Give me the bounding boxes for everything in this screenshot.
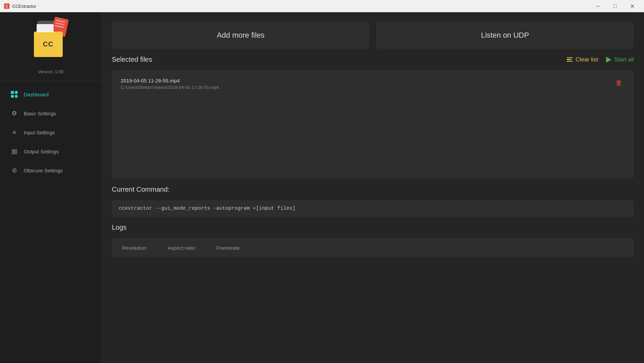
sidebar-label-output-settings: Output Settings	[24, 149, 59, 154]
clear-list-label: Clear list	[576, 56, 598, 63]
sidebar-label-obscure-settings: Obscure Settings	[24, 168, 63, 173]
logs-table: Resolution: Aspect ratio: Framerate:	[112, 238, 634, 257]
sidebar-label-basic-settings: Basic Settings	[24, 111, 56, 116]
logo-container: CC Version: 0.90	[0, 19, 101, 81]
app-title: CCExtractor	[12, 4, 36, 9]
version-text: Version: 0.90	[38, 69, 64, 74]
command-box: ccextractor --gui_mode_reports -autoprog…	[112, 200, 634, 217]
titlebar: C CCExtractor ─ □ ✕	[0, 0, 644, 12]
command-text: ccextractor --gui_mode_reports -autoprog…	[119, 206, 296, 211]
listen-on-udp-button[interactable]: Listen on UDP	[376, 22, 634, 49]
main-content: Add more files Listen on UDP Selected fi…	[102, 12, 644, 363]
file-info: 2019-04-05 11-26-55.mp4 C:\Users\Stefan\…	[121, 78, 219, 90]
sidebar-label-dashboard: Dashboard	[24, 92, 48, 97]
sidebar-item-output-settings[interactable]: ▤ Output Settings	[0, 142, 101, 161]
play-icon	[606, 57, 611, 63]
app-icon: C	[4, 3, 9, 9]
dashboard-icon	[10, 90, 18, 98]
file-name: 2019-04-05 11-26-55.mp4	[121, 78, 219, 83]
delete-file-button[interactable]: 🗑	[613, 78, 625, 88]
minimize-button[interactable]: ─	[590, 1, 606, 11]
file-item: 2019-04-05 11-26-55.mp4 C:\Users\Stefan\…	[115, 74, 630, 94]
log-resolution: Resolution:	[122, 245, 147, 251]
nav-items: Dashboard ⚙ Basic Settings ⎆ Input Setti…	[0, 81, 101, 183]
log-aspect-ratio: Aspect ratio:	[168, 245, 196, 251]
current-command-label: Current Command:	[112, 186, 634, 193]
sidebar-item-input-settings[interactable]: ⎆ Input Settings	[0, 123, 101, 142]
titlebar-left: C CCExtractor	[4, 3, 36, 9]
titlebar-controls: ─ □ ✕	[590, 1, 640, 11]
maximize-button[interactable]: □	[607, 1, 623, 11]
logs-label: Logs	[112, 224, 634, 231]
sidebar-item-obscure-settings[interactable]: ⊘ Obscure Settings	[0, 161, 101, 180]
gear-icon: ⚙	[10, 109, 18, 117]
logo-image: CC	[31, 19, 71, 66]
sidebar-label-input-settings: Input Settings	[24, 130, 55, 135]
start-all-button[interactable]: Start all	[606, 56, 634, 63]
log-framerate: Framerate:	[216, 245, 241, 251]
sidebar-item-basic-settings[interactable]: ⚙ Basic Settings	[0, 104, 101, 123]
file-path: C:\Users\Stefan\Videos\2019-04-05 11-26-…	[121, 85, 219, 90]
close-button[interactable]: ✕	[624, 1, 640, 11]
input-icon: ⎆	[10, 128, 18, 136]
selected-files-title: Selected files	[112, 56, 152, 63]
logo-cc-text: CC	[43, 40, 54, 48]
clear-list-icon	[567, 57, 573, 62]
files-list: 2019-04-05 11-26-55.mp4 C:\Users\Stefan\…	[112, 70, 634, 179]
clear-list-button[interactable]: Clear list	[567, 56, 598, 63]
top-buttons: Add more files Listen on UDP	[112, 22, 634, 49]
header-actions: Clear list Start all	[567, 56, 634, 63]
add-more-files-button[interactable]: Add more files	[112, 22, 369, 49]
sidebar: CC Version: 0.90 Dashboard ⚙	[0, 12, 102, 363]
sidebar-item-dashboard[interactable]: Dashboard	[0, 85, 101, 104]
main-layout: CC Version: 0.90 Dashboard ⚙	[0, 12, 644, 363]
obscure-icon: ⊘	[10, 166, 18, 174]
output-icon: ▤	[10, 147, 18, 155]
start-all-label: Start all	[614, 56, 634, 63]
selected-files-header: Selected files Clear list Start all	[112, 56, 634, 63]
